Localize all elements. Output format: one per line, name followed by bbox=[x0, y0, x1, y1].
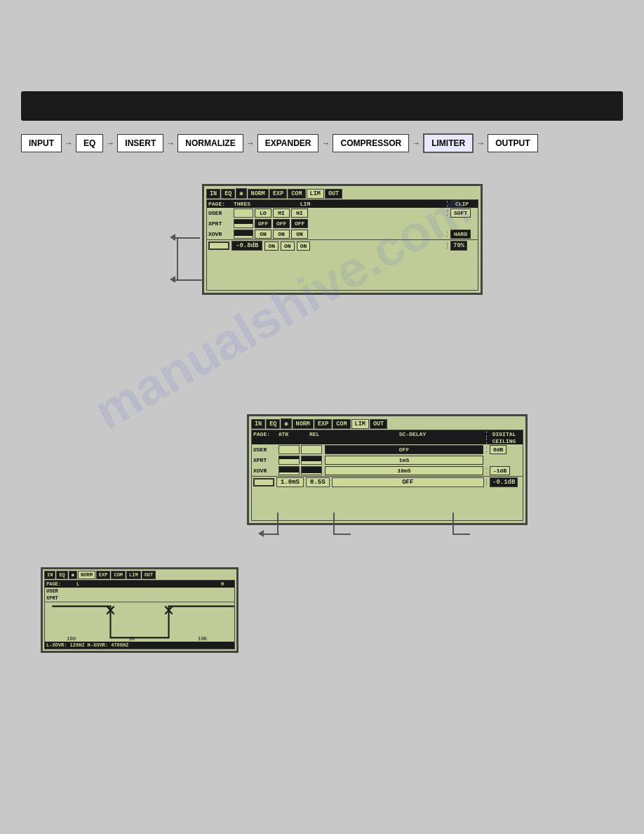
s2-hdr-page: PAGE: bbox=[253, 431, 277, 437]
s1-hdr-page: PAGE: bbox=[208, 201, 232, 207]
s2-bot-ceil: -0.1dB bbox=[490, 477, 518, 487]
s2-xovr-label: XOVR bbox=[253, 468, 277, 474]
s3-hdr-page: PAGE: bbox=[46, 581, 66, 587]
ptr-h-s2-ceil bbox=[452, 534, 470, 535]
screen3-tabs: IN EQ ◉ NORM EXP COM LIM OUT bbox=[44, 571, 235, 579]
ptr-arr-s2-atk bbox=[258, 530, 264, 537]
s1-bot-value: -0.8dB bbox=[232, 241, 262, 251]
s2-hdr-atk: ATK bbox=[279, 431, 308, 437]
s2-hdr-rel: REL bbox=[309, 431, 339, 437]
s1-hdr-thres: THRES bbox=[234, 201, 276, 207]
ptr-arrow-s1-left bbox=[170, 234, 175, 241]
nav-insert[interactable]: INSERT bbox=[117, 134, 163, 152]
s1-xprt-lo: OFF bbox=[255, 219, 271, 228]
screen1-tab-io[interactable]: ◉ bbox=[236, 188, 246, 199]
screen3-tab-lim[interactable]: LIM bbox=[126, 571, 141, 579]
screen1-inner: IN EQ ◉ NORM EXP COM LIM OUT PAGE: THRES… bbox=[204, 186, 481, 293]
screen1-container: IN EQ ◉ NORM EXP COM LIM OUT PAGE: THRES… bbox=[202, 184, 483, 295]
nav-arrow-3: → bbox=[166, 138, 175, 148]
s2-user-atk bbox=[279, 445, 300, 454]
ptr-line-s1-bot bbox=[172, 279, 203, 281]
s2-xovr-sc: 10mS bbox=[325, 466, 483, 475]
s2-bot-selector[interactable] bbox=[253, 478, 274, 486]
screen2-tab-eq[interactable]: EQ bbox=[266, 419, 280, 429]
nav-arrow-4: → bbox=[246, 138, 255, 148]
screen3-tab-in[interactable]: IN bbox=[44, 571, 55, 579]
screen3-tab-com[interactable]: COM bbox=[111, 571, 126, 579]
s3-user-label: USER bbox=[46, 588, 66, 594]
ptr-h-s2-rel bbox=[333, 534, 351, 535]
svg-text:10K: 10K bbox=[198, 636, 208, 642]
screen2-container: IN EQ ◉ NORM EXP COM LIM OUT PAGE: ATK R… bbox=[247, 414, 528, 525]
s1-xovr-mi: ON bbox=[273, 230, 290, 239]
screen3-content: PAGE: L H USER XPRT bbox=[44, 580, 235, 649]
s2-user-rel bbox=[301, 445, 322, 454]
screen3-tab-out[interactable]: OUT bbox=[142, 571, 156, 579]
screen1-tab-in[interactable]: IN bbox=[206, 189, 220, 199]
s1-xovr-clip: HARD bbox=[450, 230, 471, 239]
ptr-v-s2-ceil bbox=[452, 512, 454, 534]
s2-user-sc: OFF bbox=[325, 445, 483, 454]
s2-xovr-ceil: -1dB bbox=[490, 466, 510, 475]
nav-arrow-2: → bbox=[106, 138, 114, 148]
s2-xovr-atk bbox=[279, 466, 300, 475]
ptr-line-s1-v bbox=[177, 237, 178, 279]
screen3-tab-exp[interactable]: EXP bbox=[96, 571, 111, 579]
screen2-tab-out[interactable]: OUT bbox=[370, 419, 387, 429]
nav-normalize[interactable]: NORMALIZE bbox=[177, 134, 243, 152]
s3-xprt-label: XPRT bbox=[46, 595, 66, 601]
ptr-v-s2-atk bbox=[277, 512, 279, 534]
s1-hdr-lim: LIM bbox=[277, 201, 333, 207]
screen1-tab-eq[interactable]: EQ bbox=[221, 189, 235, 199]
screen1-tab-lim[interactable]: LIM bbox=[307, 189, 324, 199]
screen1-tab-out[interactable]: OUT bbox=[325, 189, 342, 199]
nav-expander[interactable]: EXPANDER bbox=[257, 134, 319, 152]
s1-xovr-hi: ON bbox=[291, 230, 308, 239]
s1-xovr-label: XOVR bbox=[208, 231, 232, 237]
screen3-tab-norm[interactable]: NORM bbox=[78, 571, 95, 579]
s1-xovr-lo: ON bbox=[255, 230, 271, 239]
s1-bot-lo: ON bbox=[264, 241, 279, 251]
screen2-tab-exp[interactable]: EXP bbox=[314, 419, 332, 429]
s2-xovr-rel bbox=[301, 466, 322, 475]
nav-output[interactable]: OUTPUT bbox=[488, 134, 537, 152]
nav-arrow-7: → bbox=[476, 138, 485, 148]
nav-limiter[interactable]: LIMITER bbox=[423, 133, 474, 153]
s1-bot-hi: ON bbox=[297, 241, 311, 251]
nav-bar: INPUT → EQ → INSERT → NORMALIZE → EXPAND… bbox=[21, 133, 623, 153]
screen2-tab-com[interactable]: COM bbox=[333, 419, 350, 429]
screen2-tab-lim[interactable]: LIM bbox=[351, 419, 369, 429]
screen1-tab-norm[interactable]: NORM bbox=[248, 189, 269, 199]
screen2-tab-in[interactable]: IN bbox=[251, 419, 265, 429]
s1-user-label: USER bbox=[208, 210, 232, 216]
s1-user-thres-bar bbox=[234, 208, 253, 218]
s3-hdr-h: H bbox=[212, 581, 233, 587]
s1-xovr-thres-bar bbox=[234, 230, 253, 239]
nav-compressor[interactable]: COMPRESSOR bbox=[333, 134, 409, 152]
s1-user-hi: HI bbox=[291, 208, 308, 218]
screen3-tab-eq[interactable]: EQ bbox=[56, 571, 67, 579]
screen2-tab-io[interactable]: ◉ bbox=[281, 418, 291, 429]
screen1-tab-com[interactable]: COM bbox=[288, 189, 305, 199]
ptr-line-s1-left bbox=[172, 237, 200, 239]
s2-xprt-sc: 1mS bbox=[325, 456, 483, 465]
s1-bot-mi: ON bbox=[281, 241, 295, 251]
nav-input[interactable]: INPUT bbox=[21, 134, 62, 152]
nav-eq[interactable]: EQ bbox=[76, 134, 103, 152]
nav-arrow-1: → bbox=[65, 138, 73, 148]
s3-hdr-l: L bbox=[67, 581, 88, 587]
screen3-tab-io[interactable]: ◉ bbox=[69, 571, 77, 579]
s1-user-mi: MI bbox=[273, 208, 290, 218]
s2-bot-atk: 1.0mS bbox=[276, 477, 304, 487]
ptr-v-s2-rel bbox=[333, 512, 335, 534]
nav-arrow-6: → bbox=[412, 138, 420, 148]
s2-xprt-label: XPRT bbox=[253, 457, 277, 463]
s2-hdr-scdelay: SC-DELAY bbox=[340, 431, 485, 437]
screen2-tab-norm[interactable]: NORM bbox=[293, 419, 314, 429]
s2-bot-sc: OFF bbox=[332, 477, 484, 487]
screen1-tab-exp[interactable]: EXP bbox=[269, 189, 287, 199]
s2-hdr-ceiling: CEILING bbox=[486, 438, 521, 444]
s3-bottom-labels: L-XOVR: 120HZ H-XOVR: 4700HZ bbox=[45, 642, 234, 649]
s1-xprt-hi: OFF bbox=[291, 219, 308, 228]
s1-bot-selector[interactable] bbox=[208, 241, 229, 250]
